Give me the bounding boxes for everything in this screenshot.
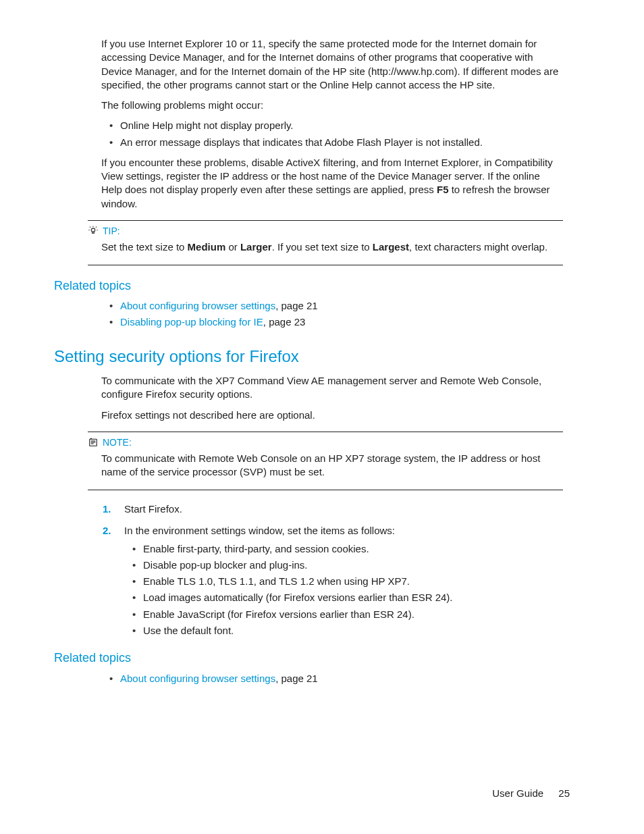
list-item: An error message displays that indicates… bbox=[101, 136, 563, 149]
intro-p3: If you encounter these problems, disable… bbox=[101, 156, 563, 211]
step-2-sublist: Enable first-party, third-party, and ses… bbox=[124, 542, 563, 638]
tip-header: TIP: bbox=[88, 221, 563, 240]
related-topics-1: Related topics About configuring browser… bbox=[54, 278, 563, 330]
svg-line-4 bbox=[90, 227, 90, 228]
related-heading: Related topics bbox=[54, 650, 563, 666]
list-item: Load images automatically (for Firefox v… bbox=[124, 591, 563, 604]
intro-p2: The following problems might occur: bbox=[101, 99, 563, 112]
note-callout: NOTE: To communicate with Remote Web Con… bbox=[101, 432, 563, 490]
related-link[interactable]: About configuring browser settings bbox=[120, 300, 275, 311]
page-footer: User Guide 25 bbox=[492, 787, 570, 800]
tip-callout: TIP: Set the text size to Medium or Larg… bbox=[101, 220, 563, 265]
list-item: Online Help might not display properly. bbox=[101, 119, 563, 132]
list-item: About configuring browser settings, page… bbox=[101, 672, 563, 685]
tip-label: TIP: bbox=[103, 225, 120, 238]
list-item: Enable TLS 1.0, TLS 1.1, and TLS 1.2 whe… bbox=[124, 575, 563, 588]
firefox-p2: Firefox settings not described here are … bbox=[101, 409, 563, 422]
list-item: Enable first-party, third-party, and ses… bbox=[124, 542, 563, 556]
firefox-intro: To communicate with the XP7 Command View… bbox=[101, 374, 563, 422]
section-heading-firefox: Setting security options for Firefox bbox=[54, 346, 563, 367]
list-item: About configuring browser settings, page… bbox=[101, 299, 563, 313]
list-item: Enable JavaScript (for Firefox versions … bbox=[124, 608, 563, 621]
list-item: Disabling pop-up blocking for IE, page 2… bbox=[101, 315, 563, 329]
related-topics-2: Related topics About configuring browser… bbox=[54, 650, 563, 685]
page-content: If you use Internet Explorer 10 or 11, s… bbox=[0, 0, 644, 685]
tip-body: Set the text size to Medium or Larger. I… bbox=[88, 240, 563, 265]
svg-line-5 bbox=[96, 227, 97, 228]
related-link[interactable]: About configuring browser settings bbox=[120, 673, 275, 684]
step-1: Start Firefox. bbox=[101, 502, 563, 516]
problems-list: Online Help might not display properly. … bbox=[101, 119, 563, 149]
steps-block: Start Firefox. In the environment settin… bbox=[101, 502, 563, 637]
intro-p1: If you use Internet Explorer 10 or 11, s… bbox=[101, 37, 563, 92]
related-heading: Related topics bbox=[54, 278, 563, 294]
step-2: In the environment settings window, set … bbox=[101, 524, 563, 637]
related-link[interactable]: Disabling pop-up blocking for IE bbox=[120, 316, 263, 328]
lightbulb-icon bbox=[88, 226, 99, 236]
note-icon bbox=[88, 437, 99, 448]
list-item: Use the default font. bbox=[124, 624, 563, 637]
page-number: 25 bbox=[558, 787, 570, 799]
svg-point-0 bbox=[91, 228, 95, 232]
note-header: NOTE: bbox=[88, 432, 563, 452]
intro-block: If you use Internet Explorer 10 or 11, s… bbox=[101, 37, 563, 211]
note-label: NOTE: bbox=[103, 436, 132, 449]
note-body: To communicate with Remote Web Console o… bbox=[88, 452, 563, 490]
firefox-p1: To communicate with the XP7 Command View… bbox=[101, 374, 563, 402]
list-item: Disable pop-up blocker and plug-ins. bbox=[124, 558, 563, 572]
footer-label: User Guide bbox=[492, 787, 543, 799]
